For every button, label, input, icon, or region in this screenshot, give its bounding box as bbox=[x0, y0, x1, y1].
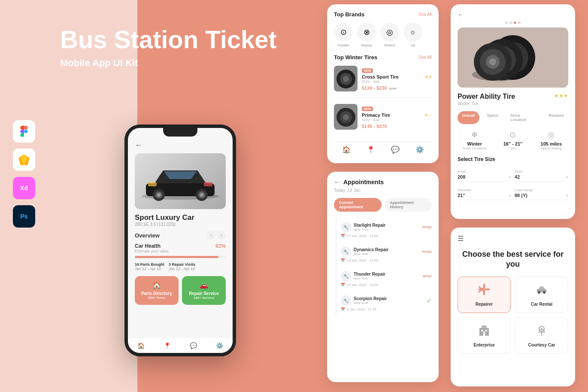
tab-current[interactable]: Current Appointment bbox=[334, 198, 382, 212]
winter-see-all[interactable]: See All bbox=[418, 55, 432, 60]
appointments-date: Today, 19 Jan bbox=[334, 188, 432, 193]
appt-back-btn[interactable]: ← bbox=[334, 179, 340, 185]
appt-3-date: 📅 12 Jan, 2022 - 10:00 bbox=[341, 283, 432, 287]
appt-1-datetime: 17 Jan, 2022 - 14:30 bbox=[347, 234, 378, 238]
appointment-3[interactable]: 🔧 Thunder Repair New York 9PND 📅 12 Jan,… bbox=[336, 267, 432, 291]
size-width[interactable]: Width 208 ∨ bbox=[458, 167, 511, 182]
brand-lib[interactable]: ○ Lib bbox=[403, 23, 422, 47]
tab-specs[interactable]: Specs bbox=[483, 111, 503, 124]
appt-4-datetime: 9 Jan, 2022 - 11:45 bbox=[347, 307, 376, 311]
appointment-4[interactable]: 🔧 Scorpion Repair New York ✓ 📅 9 Jan, 20… bbox=[336, 291, 432, 316]
tab-store[interactable]: Store Location bbox=[506, 111, 541, 124]
nav-home-icon[interactable]: 🏠 bbox=[342, 146, 351, 154]
load-chevron: ∨ bbox=[566, 194, 568, 198]
spec-size-val: 16'' - 21'' bbox=[496, 141, 530, 146]
appt-2-date: 📅 16 Jan, 2022 - 13:00 bbox=[341, 258, 432, 262]
car-rental-icon bbox=[535, 283, 548, 298]
size-load[interactable]: Load Range 98 (Y) ∨ bbox=[515, 185, 568, 200]
nav-msg-icon[interactable]: 💬 bbox=[391, 146, 400, 154]
xd-icon[interactable]: Xd bbox=[13, 177, 35, 199]
brand-reflect[interactable]: ◎ Reflect bbox=[380, 23, 399, 47]
nav-settings[interactable]: ⚙️ bbox=[216, 342, 223, 349]
shop-3-icon: 🔧 bbox=[341, 271, 351, 281]
tab-reviews[interactable]: Reviews bbox=[544, 111, 568, 124]
brands-header: Top Brands See All bbox=[334, 11, 432, 18]
figma-icon[interactable] bbox=[13, 120, 35, 143]
repair-service-btn[interactable]: 🚗 Repair Service 140+ Service bbox=[182, 276, 226, 305]
service-enterprise[interactable]: Enterprise bbox=[458, 317, 511, 354]
spec-size-label: Size bbox=[496, 146, 530, 150]
nav-chat[interactable]: 💬 bbox=[190, 342, 197, 349]
shop-4-name: Scorpion Repair bbox=[354, 296, 387, 301]
enterprise-icon bbox=[478, 324, 491, 339]
nav-home[interactable]: 🏠 bbox=[137, 342, 145, 349]
brand-parallel-label: Parallel bbox=[338, 43, 349, 47]
prev-arrow[interactable]: ‹ bbox=[207, 231, 215, 240]
title-area: Bus Station Ticket Mobile App UI Kit bbox=[60, 26, 277, 69]
appt-3-badge: 9PND bbox=[423, 274, 432, 278]
select-size-title: Select Tire Size bbox=[458, 156, 568, 162]
parts-btn-sub: 600+ Parts bbox=[148, 296, 165, 300]
stats-row: 16 Parts Bought Jan 12 - Apr 18 3 Repair… bbox=[135, 262, 226, 271]
diameter-chevron: ∨ bbox=[509, 194, 511, 198]
overview-arrows: ‹ › bbox=[207, 231, 226, 240]
appt-2-shop: 🔧 Dynamics Repair New York bbox=[341, 246, 388, 257]
tire-item-2[interactable]: NEW Primacy Tire ★☆ SUV - 4x4 $145 - $37… bbox=[334, 104, 432, 136]
diameter-val: 21'' bbox=[458, 193, 465, 198]
tire-item-1[interactable]: NEW Cross Sport Tire ★★ SUV - 4x4 $120 -… bbox=[334, 66, 432, 98]
nav-location[interactable]: 📍 bbox=[164, 342, 171, 349]
car-health-desc: Estimate your value bbox=[135, 249, 226, 253]
calendar-2-icon: 📅 bbox=[341, 258, 345, 262]
brands-see-all[interactable]: See All bbox=[418, 12, 432, 17]
shop-2-loc: New York bbox=[354, 252, 388, 256]
tire-2-name: Primacy Tire bbox=[362, 112, 390, 118]
svg-rect-41 bbox=[482, 325, 487, 328]
service-car-rental[interactable]: Car Rental bbox=[515, 277, 568, 313]
car-health-pct: 92% bbox=[215, 243, 226, 249]
tire-2-img bbox=[334, 104, 358, 130]
brands-tires-card: Top Brands See All ⊙ Parallel ⊗ Deputy ◎… bbox=[327, 4, 439, 163]
nav-pin-icon[interactable]: 📍 bbox=[367, 146, 375, 154]
nav-gear-icon[interactable]: ⚙️ bbox=[415, 146, 424, 154]
ratio-val-row: 42 ∨ bbox=[515, 174, 568, 182]
parts-directory-btn[interactable]: 🏠 Parts Directory 600+ Parts bbox=[135, 276, 179, 305]
phone-buttons: 🏠 Parts Directory 600+ Parts 🚗 Repair Se… bbox=[135, 276, 226, 305]
tire-1-stars: ★★ bbox=[425, 75, 432, 79]
service-repairer[interactable]: Repairer bbox=[458, 277, 511, 313]
card1-nav: 🏠 📍 💬 ⚙️ bbox=[334, 142, 432, 154]
next-arrow[interactable]: › bbox=[217, 231, 226, 240]
shop-1-name: Starlight Repair bbox=[354, 223, 385, 228]
appointment-1[interactable]: 🔧 Starlight Repair New York PPND 📅 17 Ja… bbox=[336, 218, 432, 242]
size-ratio[interactable]: Ratio 42 ∨ bbox=[515, 167, 568, 182]
car-name: Sport Luxury Car bbox=[135, 213, 226, 222]
ps-icon[interactable]: Ps bbox=[13, 205, 35, 228]
appt-2-details: Dynamics Repair New York bbox=[354, 247, 388, 256]
service-courtesy-car[interactable]: Courtesy Car bbox=[515, 317, 568, 354]
width-val: 208 bbox=[458, 174, 465, 179]
svg-point-9 bbox=[200, 193, 203, 197]
brand-parallel[interactable]: ⊙ Parallel bbox=[334, 23, 353, 47]
load-label: Load Range bbox=[515, 188, 533, 192]
appt-4-details: Scorpion Repair New York bbox=[354, 296, 387, 305]
calendar-3-icon: 📅 bbox=[341, 283, 345, 287]
appt-4-date: 📅 9 Jan, 2022 - 11:45 bbox=[341, 307, 432, 311]
svg-rect-44 bbox=[483, 331, 485, 336]
brand-deputy[interactable]: ⊗ Deputy bbox=[357, 23, 376, 47]
parts-icon: 🏠 bbox=[152, 281, 161, 289]
winter-tires-header: Top Winter Tires See All bbox=[334, 54, 432, 61]
shop-3-name: Thunder Repair bbox=[354, 272, 385, 277]
parts-date: Jan 12 - Apr 18 bbox=[135, 267, 164, 271]
size-diameter[interactable]: Diameter 21'' ∨ bbox=[458, 185, 511, 200]
tab-overall[interactable]: Overall bbox=[458, 111, 479, 124]
sketch-icon[interactable] bbox=[13, 149, 35, 171]
product-back-btn[interactable]: ← bbox=[458, 11, 464, 18]
phone-back-btn[interactable]: ← bbox=[135, 141, 226, 150]
car-rental-label: Car Rental bbox=[531, 302, 552, 307]
tab-history[interactable]: Appointment History bbox=[385, 198, 432, 212]
hamburger-menu-icon[interactable]: ☰ bbox=[458, 234, 464, 243]
spec-winter-label: Road Condition bbox=[458, 146, 491, 150]
product-type: Winter Tire bbox=[458, 101, 515, 106]
appointment-2[interactable]: 🔧 Dynamics Repair New York PPND 📅 16 Jan… bbox=[336, 242, 432, 267]
phone-notch bbox=[163, 128, 197, 137]
brand-reflect-label: Reflect bbox=[385, 43, 395, 47]
